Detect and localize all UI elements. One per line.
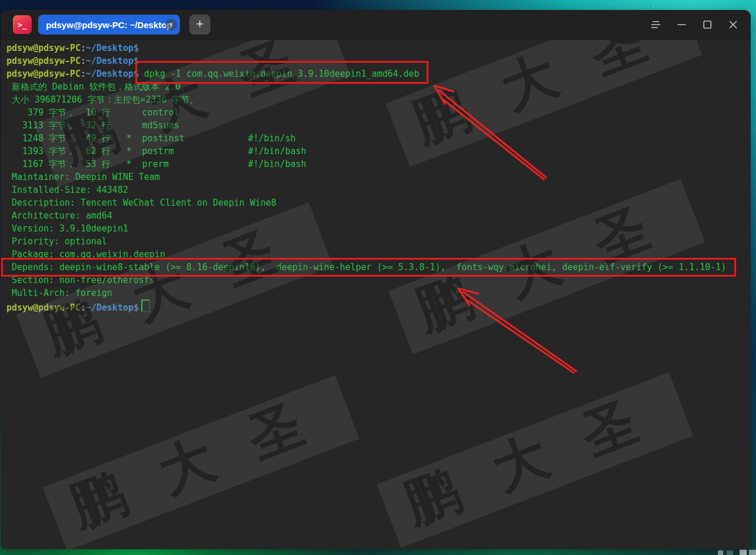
terminal-line: 1167 字节， 53 行 * prerm #!/bin/bash: [6, 158, 751, 171]
terminal-line: 1393 字节， 62 行 * postrm #!/bin/bash: [6, 145, 751, 158]
terminal-line: 379 字节， 10 行 control: [6, 106, 751, 119]
wallpaper-artifact: [740, 550, 747, 555]
desktop-wallpaper: >_ pdsyw@pdsyw-PC: ~/Desktop × +: [0, 0, 756, 555]
terminal-window: >_ pdsyw@pdsyw-PC: ~/Desktop × +: [1, 10, 751, 549]
terminal-line: 大小 396871206 字节：主控包=2336 字节。: [6, 93, 751, 106]
terminal-text-segment: ~/Desktop: [86, 69, 133, 79]
terminal-app-icon: >_: [13, 15, 32, 34]
terminal-line: Depends: deepin-wine8-stable (>= 8.16-de…: [6, 261, 751, 274]
close-icon: [728, 19, 738, 30]
terminal-line: 1248 字节， 49 行 * postinst #!/bin/sh: [6, 132, 751, 145]
terminal-text-segment: 新格式的 Debian 软件包，格式版本 2.0。: [6, 81, 189, 92]
minimize-button[interactable]: [669, 13, 694, 36]
menu-button[interactable]: [643, 13, 669, 36]
terminal-text-segment: pdsyw@pdsyw-PC: [6, 69, 80, 79]
tab-active[interactable]: pdsyw@pdsyw-PC: ~/Desktop ×: [38, 15, 180, 35]
terminal-line: Version: 3.9.10deepin1: [6, 222, 751, 235]
terminal-line: Section: non-free/otherosfs: [6, 274, 751, 287]
terminal-text-segment: pdsyw@pdsyw-PC: [6, 56, 80, 66]
terminal-line: Description: Tencent WeChat Client on De…: [6, 196, 751, 209]
terminal-text-segment: $: [134, 69, 139, 79]
minimize-icon: [676, 19, 687, 30]
terminal-line: Architecture: amd64: [6, 209, 751, 222]
terminal-line: 新格式的 Debian 软件包，格式版本 2.0。: [6, 80, 751, 93]
terminal-cursor: [141, 299, 150, 312]
terminal-text-segment: Priority: optional: [6, 236, 107, 247]
terminal-prompt-glyph: >_: [18, 21, 27, 29]
wallpaper-artifact: [727, 550, 733, 555]
terminal-line: Package: com.qq.weixin.deepin: [6, 248, 751, 261]
terminal-text-segment: 大小 396871206 字节：主控包=2336 字节。: [6, 94, 199, 105]
titlebar: >_ pdsyw@pdsyw-PC: ~/Desktop × +: [1, 10, 751, 40]
terminal-line: Installed-Size: 443482: [6, 183, 751, 196]
terminal-text-segment: Section: non-free/otherosfs: [6, 275, 155, 285]
terminal-line: pdsyw@pdsyw-PC:~/Desktop$: [6, 55, 751, 67]
terminal-text-segment: Description: Tencent WeChat Client on De…: [6, 198, 277, 208]
terminal-text-segment: pdsyw@pdsyw-PC: [6, 43, 80, 53]
new-tab-button[interactable]: +: [189, 15, 210, 35]
terminal-text-segment: 3113 字节， 32 行 md5sums: [6, 120, 179, 131]
terminal-line: pdsyw@pdsyw-PC:~/Desktop$: [6, 42, 751, 55]
wallpaper-star: [653, 6, 654, 7]
terminal-text-segment: pdsyw@pdsyw-PC: [6, 302, 80, 313]
terminal-text-segment: Maintainer: Deepin WINE Team: [6, 172, 160, 182]
tab-close-icon[interactable]: ×: [165, 19, 177, 30]
terminal-text-segment: 1167 字节， 53 行 * prerm #!/bin/bash: [6, 159, 307, 169]
terminal-text-segment: dpkg -I com.qq.weixin.deepin_3.9.10deepi…: [139, 69, 420, 79]
tab-title: pdsyw@pdsyw-PC: ~/Desktop: [46, 20, 172, 30]
terminal-line: pdsyw@pdsyw-PC:~/Desktop$: [6, 299, 751, 312]
terminal-text-segment: $: [134, 302, 139, 313]
terminal-text-segment: $: [134, 56, 139, 66]
wallpaper-artifact: [718, 550, 723, 555]
terminal-text-segment: 1248 字节， 49 行 * postinst #!/bin/sh: [6, 133, 295, 144]
maximize-icon: [702, 19, 713, 30]
terminal-text-segment: ~/Desktop: [86, 43, 133, 53]
terminal-text-segment: $: [134, 43, 139, 53]
terminal-text-segment: 1393 字节， 62 行 * postrm #!/bin/bash: [6, 146, 307, 156]
terminal-line: pdsyw@pdsyw-PC:~/Desktop$ dpkg -I com.qq…: [6, 67, 751, 80]
terminal-text-segment: Installed-Size: 443482: [6, 185, 128, 195]
terminal-text-segment: Multi-Arch: foreign: [6, 288, 113, 298]
close-button[interactable]: [720, 13, 746, 36]
terminal-line: Multi-Arch: foreign: [6, 287, 751, 299]
terminal-text-segment: Architecture: amd64: [6, 210, 113, 221]
maximize-button[interactable]: [694, 13, 720, 36]
wallpaper-artifact: [749, 550, 756, 555]
terminal-output[interactable]: pdsyw@pdsyw-PC:~/Desktop$pdsyw@pdsyw-PC:…: [1, 40, 751, 549]
terminal-text-segment: ~/Desktop: [86, 302, 133, 313]
terminal-text-segment: Version: 3.9.10deepin1: [6, 223, 128, 234]
terminal-text-segment: ~/Desktop: [86, 56, 133, 66]
terminal-text-segment: 379 字节， 10 行 control: [6, 107, 179, 118]
menu-icon: [650, 20, 662, 29]
terminal-line: Maintainer: Deepin WINE Team: [6, 171, 751, 183]
terminal-text-segment: Package: com.qq.weixin.deepin: [6, 249, 165, 260]
terminal-text-segment: Depends: deepin-wine8-stable (>= 8.16-de…: [6, 262, 726, 273]
terminal-line: 3113 字节， 32 行 md5sums: [6, 119, 751, 132]
terminal-line: Priority: optional: [6, 235, 751, 248]
